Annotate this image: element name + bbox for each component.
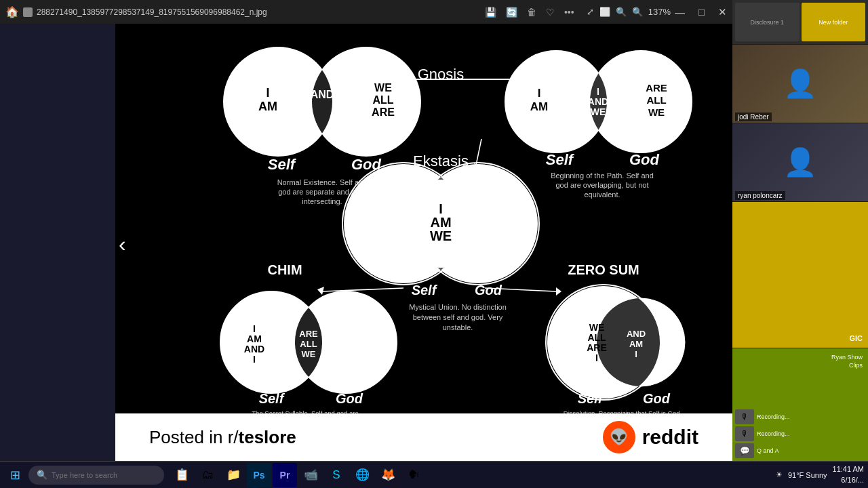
svg-text:God: God (643, 391, 671, 406)
video-person-ryan: 👤 (732, 123, 868, 201)
svg-text:God: God (629, 151, 660, 168)
clips-label: Ryan ShowClips (831, 354, 863, 369)
svg-line-91 (322, 288, 403, 291)
recording-item-2[interactable]: 🎙 Recording... (735, 426, 865, 441)
svg-text:AND: AND (311, 89, 334, 100)
svg-text:AM: AM (258, 100, 277, 113)
svg-text:WE: WE (430, 228, 452, 243)
time-display: 11:41 AM (833, 464, 864, 474)
svg-text:ALL: ALL (300, 339, 317, 349)
home-icon[interactable]: 🏠 (5, 5, 19, 18)
zoom-in-icon[interactable]: 🔍 (632, 7, 643, 17)
svg-text:I: I (439, 201, 443, 216)
minimize-btn[interactable]: — (675, 6, 685, 18)
qa-icon: 💬 (735, 443, 754, 458)
reddit-icon: 👽 (603, 421, 635, 453)
taskbar-app-firefox[interactable]: 🦊 (376, 463, 400, 487)
svg-text:AM: AM (430, 215, 451, 230)
video-feed-ryan: 👤 ryan poloncarz (732, 123, 868, 201)
screenshot-icon[interactable]: ⬜ (599, 7, 610, 17)
svg-text:ALL: ALL (646, 94, 666, 106)
prev-image-button[interactable]: ‹ (119, 232, 126, 257)
svg-text:CHIM: CHIM (267, 262, 302, 277)
svg-text:Mystical Union. No distinction: Mystical Union. No distinction (409, 303, 507, 311)
sidebar-thumbnails: Disclosure 1 New folder (732, 0, 868, 44)
start-button[interactable]: ⊞ (4, 464, 26, 486)
svg-text:Beginning of the Path. Self an: Beginning of the Path. Self and (551, 171, 654, 180)
favicon (23, 7, 33, 17)
svg-text:ARE: ARE (646, 82, 667, 94)
reddit-logo: 👽 reddit (603, 421, 698, 453)
taskbar-right: ☀ 91°F Sunny 11:41 AM 6/16/... (776, 464, 864, 485)
svg-text:AM: AM (530, 100, 548, 113)
reddit-text: reddit (642, 426, 698, 449)
svg-text:I: I (253, 354, 256, 365)
svg-text:AM: AM (247, 333, 262, 344)
taskbar-app-photoshop[interactable]: Ps (247, 463, 271, 487)
date-display: 6/16/... (833, 475, 864, 485)
svg-text:between self and god. Very: between self and god. Very (413, 313, 503, 321)
taskbar-app-explorer[interactable]: 📁 (221, 463, 245, 487)
svg-text:god are overlapping, but not: god are overlapping, but not (556, 181, 649, 189)
video-feed-jodi: 👤 jodi Reber (732, 45, 868, 123)
svg-text:WE: WE (302, 349, 316, 359)
expand-icon[interactable]: ⤢ (587, 7, 594, 17)
svg-text:I: I (266, 86, 269, 100)
svg-text:I: I (597, 86, 599, 97)
taskbar-app-chat[interactable]: 🗣 (401, 463, 426, 487)
weather-icon: ☀ (776, 470, 783, 479)
svg-text:ARE: ARE (587, 342, 607, 353)
save-icon[interactable]: 💾 (485, 7, 496, 18)
close-btn[interactable]: ✕ (718, 6, 727, 18)
svg-text:Self: Self (578, 391, 604, 406)
svg-marker-94 (556, 287, 561, 296)
sidebar-yellow-top: GIC (732, 202, 868, 348)
taskbar-app-camera[interactable]: 📹 (298, 463, 323, 487)
sidebar: Disclosure 1 New folder 👤 jodi Reber 👤 r… (732, 0, 868, 461)
taskbar-app-chrome[interactable]: 🌐 (350, 463, 374, 487)
qa-item[interactable]: 💬 Q and A (735, 443, 865, 458)
reddit-footer: Posted in r/teslore 👽 reddit (115, 413, 732, 461)
zoom-level: 137% (648, 7, 671, 17)
svg-text:AND: AND (627, 329, 646, 339)
search-bar[interactable]: 🔍 (28, 466, 164, 485)
svg-text:AM: AM (629, 339, 643, 349)
gic-label: GIC (849, 334, 863, 342)
maximize-btn[interactable]: □ (698, 6, 705, 18)
weather-info: 91°F Sunny (788, 471, 827, 479)
favorite-icon[interactable]: ♡ (546, 7, 555, 18)
zoom-out-icon[interactable]: 🔍 (616, 7, 627, 17)
svg-text:Self: Self (412, 283, 438, 298)
disclosure1-thumb[interactable]: Disclosure 1 (735, 3, 800, 41)
taskbar-app-premiere[interactable]: Pr (273, 463, 297, 487)
svg-text:Self: Self (259, 391, 285, 406)
svg-text:Normal Existence. Self and: Normal Existence. Self and (277, 178, 368, 186)
browser-toolbar-icons: 💾 🔄 🗑 ♡ ••• (485, 7, 574, 18)
recording-label-2: Recording... (757, 430, 790, 437)
taskbar-app-widgets[interactable]: 🗂 (195, 463, 220, 487)
recording-item-1[interactable]: 🎙 Recording... (735, 409, 865, 424)
svg-text:ZERO SUM: ZERO SUM (568, 262, 639, 277)
svg-text:WE: WE (589, 322, 605, 333)
svg-text:WE: WE (591, 106, 606, 117)
svg-text:intersecting.: intersecting. (302, 197, 342, 205)
refresh-icon[interactable]: 🔄 (506, 7, 517, 18)
delete-icon[interactable]: 🗑 (527, 7, 536, 18)
venn-diagram-svg: I AM AND WE ALL ARE Self God Normal Exis… (115, 24, 732, 413)
zoom-controls: ⤢ ⬜ 🔍 🔍 137% (587, 7, 671, 17)
svg-text:The Secret Syllable. Self and : The Secret Syllable. Self and god are (252, 409, 358, 413)
svg-text:I: I (635, 349, 637, 359)
svg-text:Dissolution. Recognizing that : Dissolution. Recognizing that Self is Go… (564, 409, 682, 413)
svg-text:Gnosis: Gnosis (418, 66, 464, 83)
new-folder-thumb[interactable]: New folder (802, 3, 866, 41)
svg-text:I: I (538, 87, 541, 100)
more-icon[interactable]: ••• (564, 7, 574, 18)
svg-text:ARE: ARE (372, 106, 395, 118)
svg-text:AND: AND (244, 344, 264, 354)
taskbar-app-s[interactable]: S (324, 463, 349, 487)
search-input[interactable] (52, 471, 146, 479)
video-person-jodi: 👤 (732, 45, 868, 123)
video-label-ryan: ryan poloncarz (735, 191, 785, 200)
svg-marker-92 (317, 287, 324, 295)
taskbar-app-task-view[interactable]: 📋 (170, 463, 194, 487)
